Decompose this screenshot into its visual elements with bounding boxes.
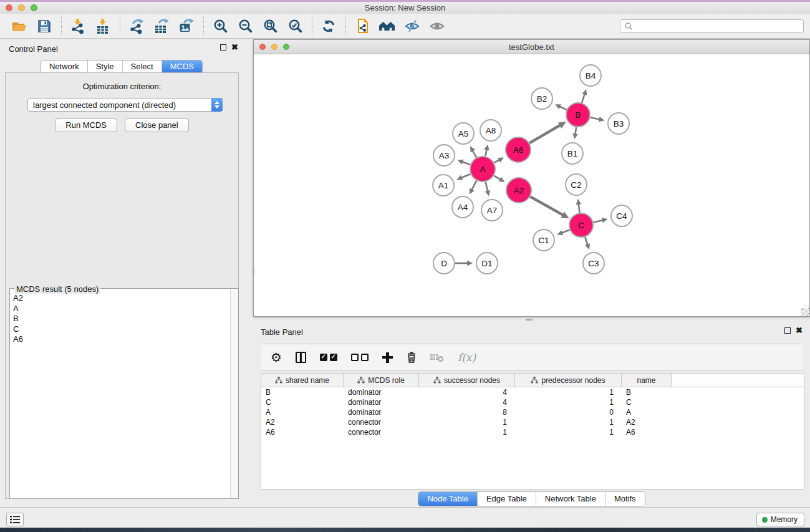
edge-A-A3[interactable] bbox=[461, 162, 470, 165]
column-type-icon bbox=[275, 377, 282, 384]
refresh-view-button[interactable] bbox=[318, 16, 339, 37]
first-neighbors-button[interactable] bbox=[377, 16, 398, 37]
mcds-result-item[interactable]: A6 bbox=[13, 334, 229, 345]
show-all-button[interactable] bbox=[427, 16, 448, 37]
criterion-dropdown[interactable]: largest connected component (directed) bbox=[27, 98, 223, 112]
export-table-icon bbox=[153, 18, 170, 34]
node-table[interactable]: shared nameMCDS rolesuccessor nodesprede… bbox=[261, 373, 804, 490]
table-cell: 0 bbox=[515, 407, 622, 417]
show-columns-button[interactable] bbox=[296, 348, 306, 367]
edge-A2-C[interactable] bbox=[530, 196, 564, 215]
table-cell: connector bbox=[344, 417, 419, 427]
zoom-in-button[interactable] bbox=[210, 16, 231, 37]
import-network-button[interactable] bbox=[67, 16, 89, 37]
zoom-out-button[interactable] bbox=[234, 16, 256, 37]
column-header-MCDS-role[interactable]: MCDS role bbox=[344, 374, 419, 387]
zoom-fit-button[interactable] bbox=[259, 16, 281, 37]
trash-icon bbox=[407, 352, 417, 364]
float-panel-icon[interactable] bbox=[220, 44, 226, 51]
table-settings-button[interactable]: ⚙ bbox=[271, 348, 282, 367]
deselect-all-rows-button[interactable] bbox=[351, 348, 369, 367]
export-network-icon bbox=[128, 18, 145, 34]
graph-node-label-B2: B2 bbox=[537, 94, 547, 104]
task-history-button[interactable] bbox=[6, 513, 24, 526]
table-tab-node-table[interactable]: Node Table bbox=[418, 492, 477, 506]
mcds-result-item[interactable]: B bbox=[13, 314, 229, 324]
edge-B-B4[interactable] bbox=[582, 94, 585, 103]
new-network-from-selection-button[interactable] bbox=[352, 16, 373, 37]
zoom-selected-button[interactable] bbox=[284, 16, 306, 37]
edge-A6-B[interactable] bbox=[529, 125, 561, 143]
close-table-panel-icon[interactable]: ✖ bbox=[796, 327, 803, 334]
open-session-button[interactable] bbox=[9, 16, 30, 37]
column-header-shared-name[interactable]: shared name bbox=[261, 374, 344, 387]
mcds-result-item[interactable]: C bbox=[13, 324, 229, 335]
table-row[interactable]: Cdominator41C bbox=[261, 397, 804, 407]
run-mcds-button[interactable]: Run MCDS bbox=[55, 118, 117, 132]
table-row[interactable]: Bdominator41B bbox=[261, 387, 804, 397]
network-graph-canvas[interactable]: AA1A2A3A4A5A6A7A8BB1B2B3B4CC1C2C3C4DD1 bbox=[254, 54, 809, 316]
checked-box-icon bbox=[330, 354, 337, 361]
save-session-button[interactable] bbox=[34, 16, 55, 37]
edge-A-A7[interactable] bbox=[486, 181, 488, 191]
edge-A-A5[interactable] bbox=[472, 150, 476, 157]
optimization-criterion-label: Optimization criterion: bbox=[6, 82, 238, 91]
table-row[interactable]: A6connector11A6 bbox=[261, 427, 804, 437]
resize-grip-icon[interactable] bbox=[801, 308, 809, 316]
mcds-result-list[interactable]: A2ABCA6 bbox=[10, 291, 229, 498]
splitter-handle-horizontal[interactable] bbox=[526, 319, 533, 321]
table-tab-edge-table[interactable]: Edge Table bbox=[477, 492, 536, 506]
column-header-successor-nodes[interactable]: successor nodes bbox=[419, 374, 515, 387]
edge-C-C1[interactable] bbox=[561, 230, 570, 233]
delete-table-icon bbox=[430, 352, 444, 362]
edge-C-C4[interactable] bbox=[593, 220, 603, 223]
mcds-result-item[interactable]: A bbox=[13, 304, 229, 314]
network-window-titlebar[interactable]: testGlobe.txt bbox=[254, 40, 809, 54]
edge-B-B3[interactable] bbox=[591, 117, 600, 119]
column-header-predecessor-nodes[interactable]: predecessor nodes bbox=[515, 374, 622, 387]
table-row[interactable]: Adominator80A bbox=[261, 407, 804, 417]
close-panel-icon[interactable]: ✖ bbox=[231, 44, 238, 51]
gear-icon: ⚙ bbox=[271, 351, 282, 364]
edge-A-A4[interactable] bbox=[471, 181, 476, 191]
table-panel-title: Table Panel bbox=[261, 327, 303, 337]
table-cell: 1 bbox=[419, 417, 515, 427]
search-field[interactable] bbox=[620, 19, 804, 33]
table-cell: 1 bbox=[419, 427, 515, 437]
select-all-rows-button[interactable] bbox=[320, 348, 337, 367]
control-tab-network[interactable]: Network bbox=[41, 60, 87, 73]
splitter-handle-vertical[interactable] bbox=[253, 267, 254, 274]
table-tab-network-table[interactable]: Network Table bbox=[536, 492, 605, 506]
control-panel-tabs: NetworkStyleSelectMCDS bbox=[41, 60, 203, 74]
import-network-icon bbox=[70, 18, 86, 34]
memory-button[interactable]: Memory bbox=[756, 513, 804, 526]
toolbar-separator bbox=[120, 17, 120, 36]
export-network-button[interactable] bbox=[126, 16, 147, 37]
edge-C-C3[interactable] bbox=[585, 237, 587, 245]
export-table-button[interactable] bbox=[151, 16, 172, 37]
control-tab-select[interactable]: Select bbox=[122, 60, 162, 73]
edge-A-A1[interactable] bbox=[461, 174, 471, 178]
edge-B-B2[interactable] bbox=[559, 106, 566, 110]
mcds-result-item[interactable]: A2 bbox=[13, 293, 229, 304]
control-tab-mcds[interactable]: MCDS bbox=[162, 60, 202, 73]
table-row[interactable]: A2connector11A2 bbox=[261, 417, 804, 427]
plus-icon bbox=[382, 352, 393, 363]
control-tab-style[interactable]: Style bbox=[87, 60, 122, 73]
delete-column-button[interactable] bbox=[407, 348, 417, 367]
create-column-button[interactable] bbox=[382, 348, 393, 367]
column-header-name[interactable]: name bbox=[622, 374, 672, 387]
float-table-panel-icon[interactable] bbox=[784, 327, 791, 334]
table-tab-motifs[interactable]: Motifs bbox=[605, 492, 645, 506]
table-header-row: shared nameMCDS rolesuccessor nodesprede… bbox=[261, 374, 804, 387]
column-header-label: shared name bbox=[286, 376, 329, 385]
save-floppy-icon bbox=[37, 19, 52, 34]
edge-C-C2[interactable] bbox=[579, 203, 580, 213]
search-input[interactable] bbox=[633, 22, 799, 31]
result-scrollbar[interactable] bbox=[230, 289, 238, 498]
hide-selected-button[interactable] bbox=[402, 16, 423, 37]
import-table-button[interactable] bbox=[92, 16, 113, 37]
close-panel-button[interactable]: Close panel bbox=[125, 118, 189, 132]
table-toolbar: ⚙ f(x) bbox=[261, 344, 803, 371]
export-image-button[interactable] bbox=[176, 16, 197, 37]
